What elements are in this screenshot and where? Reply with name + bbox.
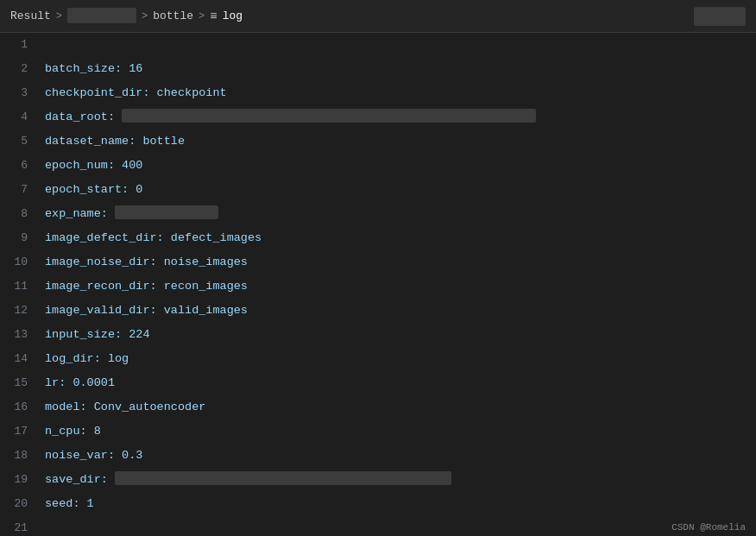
table-row: 17n_cpu: 8	[0, 419, 756, 444]
line-number: 21	[0, 516, 41, 536]
table-row: 21	[0, 516, 756, 536]
code-container: 12batch_size: 163checkpoint_dir: checkpo…	[0, 33, 756, 536]
redacted-value	[115, 205, 218, 219]
table-row: 11image_recon_dir: recon_images	[0, 274, 756, 299]
table-row: 13input_size: 224	[0, 323, 756, 347]
line-content: model: Conv_autoencoder	[41, 395, 756, 419]
line-number: 11	[0, 274, 41, 299]
line-content: batch_size: 16	[41, 57, 756, 81]
line-content: epoch_num: 400	[41, 154, 756, 178]
line-content: log_dir: log	[41, 347, 756, 371]
footer-attribution: CSDN @Romelia	[661, 519, 756, 536]
line-content: noise_var: 0.3	[41, 444, 756, 468]
breadcrumb: Result > > bottle > ≡ log	[10, 9, 243, 24]
line-content: image_noise_dir: noise_images	[41, 250, 756, 274]
line-number: 13	[0, 323, 41, 347]
top-right-bar	[694, 7, 746, 26]
line-number: 9	[0, 226, 41, 250]
line-content: image_valid_dir: valid_images	[41, 299, 756, 323]
table-row: 5dataset_name: bottle	[0, 129, 756, 154]
line-content: lr: 0.0001	[41, 371, 756, 395]
table-row: 8exp_name:	[0, 202, 756, 226]
redacted-value	[115, 471, 451, 485]
table-row: 7epoch_start: 0	[0, 178, 756, 202]
line-number: 2	[0, 57, 41, 81]
log-icon: ≡	[210, 9, 217, 23]
line-content: image_recon_dir: recon_images	[41, 274, 756, 299]
table-row: 19save_dir:	[0, 468, 756, 492]
table-row: 12image_valid_dir: valid_images	[0, 299, 756, 323]
table-row: 16model: Conv_autoencoder	[0, 395, 756, 419]
header: Result > > bottle > ≡ log	[0, 0, 756, 33]
table-row: 14log_dir: log	[0, 347, 756, 371]
line-content: save_dir:	[41, 468, 756, 492]
line-number: 8	[0, 202, 41, 226]
table-row: 3checkpoint_dir: checkpoint	[0, 81, 756, 105]
table-row: 6epoch_num: 400	[0, 154, 756, 178]
table-row: 18noise_var: 0.3	[0, 444, 756, 468]
table-row: 10image_noise_dir: noise_images	[0, 250, 756, 274]
line-number: 14	[0, 347, 41, 371]
line-number: 4	[0, 105, 41, 129]
line-number: 19	[0, 468, 41, 492]
redacted-value	[122, 109, 536, 123]
line-number: 20	[0, 492, 41, 516]
breadcrumb-sep-1: >	[56, 10, 62, 22]
line-number: 15	[0, 371, 41, 395]
bottle-label: bottle	[153, 9, 193, 22]
line-number: 7	[0, 178, 41, 202]
line-number: 17	[0, 419, 41, 444]
log-label: log	[223, 9, 243, 22]
table-row: 2batch_size: 16	[0, 57, 756, 81]
line-content: seed: 1	[41, 492, 756, 516]
line-content: image_defect_dir: defect_images	[41, 226, 756, 250]
table-row: 9image_defect_dir: defect_images	[0, 226, 756, 250]
line-number: 10	[0, 250, 41, 274]
line-number: 16	[0, 395, 41, 419]
line-number: 6	[0, 154, 41, 178]
table-row: 20seed: 1	[0, 492, 756, 516]
line-content: data_root:	[41, 105, 756, 129]
breadcrumb-sep-3: >	[198, 10, 205, 22]
middle-item	[67, 9, 136, 24]
line-number: 5	[0, 129, 41, 154]
table-row: 4data_root:	[0, 105, 756, 129]
table-row: 1	[0, 33, 756, 57]
line-number: 12	[0, 299, 41, 323]
line-content: input_size: 224	[41, 323, 756, 347]
line-content: epoch_start: 0	[41, 178, 756, 202]
line-content: dataset_name: bottle	[41, 129, 756, 154]
result-label: Result	[10, 9, 51, 22]
line-number: 18	[0, 444, 41, 468]
line-number: 1	[0, 33, 41, 57]
table-row: 15lr: 0.0001	[0, 371, 756, 395]
line-content: exp_name:	[41, 202, 756, 226]
line-content: n_cpu: 8	[41, 419, 756, 444]
breadcrumb-sep-2: >	[142, 10, 148, 22]
line-content: checkpoint_dir: checkpoint	[41, 81, 756, 105]
line-number: 3	[0, 81, 41, 105]
